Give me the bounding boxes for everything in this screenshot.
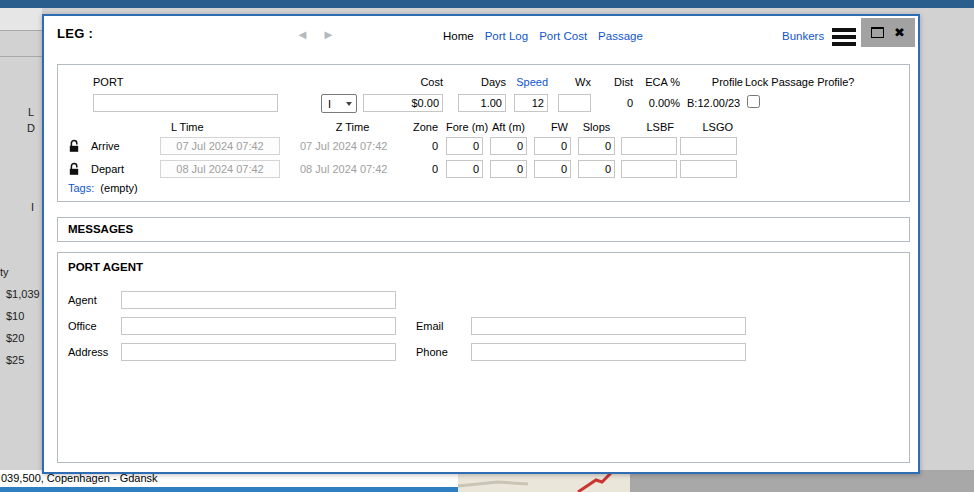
speed-header-link[interactable]: Speed — [514, 76, 548, 88]
days-header: Days — [458, 76, 506, 88]
background-fragment: ty — [0, 266, 9, 278]
lock-passage-checkbox[interactable] — [747, 95, 760, 108]
background-fragment: I — [31, 201, 34, 213]
agent-label: Agent — [68, 294, 97, 306]
window-controls: ✖ — [861, 18, 915, 47]
dist-header: Dist — [604, 76, 633, 88]
arrive-unlock-icon[interactable] — [68, 139, 88, 153]
tags-row: Tags: (empty) — [68, 182, 138, 194]
ztime-header: Z Time — [300, 121, 405, 133]
messages-section: MESSAGES — [57, 217, 910, 242]
nav-bunkers[interactable]: Bunkers — [782, 30, 824, 42]
depart-ztime: 08 Jul 2024 07:42 — [300, 163, 405, 175]
background-fragment: L — [28, 106, 34, 118]
arrive-fore-input[interactable] — [446, 137, 483, 155]
dist-value: 0 — [604, 97, 633, 109]
profile-header: Profile — [687, 76, 743, 88]
fw-header: FW — [534, 121, 571, 133]
leg-port-section: PORT Cost Days Speed Wx Dist ECA % Profi… — [57, 64, 910, 202]
menu-icon[interactable] — [832, 28, 856, 46]
depart-lsgo-input[interactable] — [680, 160, 737, 178]
agent-input[interactable] — [121, 291, 396, 309]
arrive-aft-input[interactable] — [490, 137, 527, 155]
zone-header: Zone — [410, 121, 438, 133]
slops-header: Slops — [578, 121, 615, 133]
depart-unlock-icon[interactable] — [68, 162, 88, 176]
nav-port-cost[interactable]: Port Cost — [539, 30, 587, 42]
eca-value: 0.00% — [639, 97, 680, 109]
background-gridline — [0, 56, 42, 57]
arrive-lsbf-input[interactable] — [621, 137, 677, 155]
leg-dialog: LEG : ◄ ► Home Port Log Port Cost Passag… — [42, 14, 920, 474]
depart-label: Depart — [91, 163, 153, 175]
depart-slops-input[interactable] — [578, 160, 615, 178]
depart-aft-input[interactable] — [490, 160, 527, 178]
background-fragment: $10 — [6, 310, 24, 322]
ltime-header: L Time — [160, 121, 280, 133]
background-fragment: $25 — [6, 354, 24, 366]
email-label: Email — [416, 320, 444, 332]
address-label: Address — [68, 346, 108, 358]
messages-title: MESSAGES — [68, 223, 133, 235]
nav-port-log[interactable]: Port Log — [485, 30, 528, 42]
background-gridline — [0, 30, 42, 31]
background-fragment: D — [27, 122, 35, 134]
background-fragment: $1,039 — [6, 288, 40, 300]
arrive-slops-input[interactable] — [578, 137, 615, 155]
phone-label: Phone — [416, 346, 448, 358]
background-toolbar-strip — [0, 8, 42, 30]
arrive-row: Arrive 07 Jul 2024 07:42 0 — [58, 136, 909, 155]
cost-header: Cost — [363, 76, 443, 88]
arrive-lsgo-input[interactable] — [680, 137, 737, 155]
lock-passage-header: Lock Passage Profile? — [745, 76, 854, 88]
dialog-nav: Home Port Log Port Cost Passage — [443, 30, 643, 42]
arrive-ztime: 07 Jul 2024 07:42 — [300, 140, 405, 152]
depart-fore-input[interactable] — [446, 160, 483, 178]
speed-input[interactable] — [514, 94, 548, 112]
maximize-icon[interactable] — [871, 27, 884, 38]
dialog-title: LEG : — [57, 26, 93, 41]
office-input[interactable] — [121, 317, 396, 335]
nav-home[interactable]: Home — [443, 30, 474, 42]
lsgo-header: LSGO — [680, 121, 737, 133]
address-input[interactable] — [121, 343, 396, 361]
profile-value: B:12.00/23 — [687, 97, 740, 109]
time-header-row: L Time Z Time Zone Fore (m) Aft (m) FW S… — [58, 120, 909, 133]
chevron-down-icon — [346, 102, 352, 106]
nav-passage[interactable]: Passage — [598, 30, 643, 42]
background-topbar — [0, 0, 974, 8]
depart-ltime-input — [160, 160, 280, 178]
close-icon[interactable]: ✖ — [894, 26, 905, 39]
email-input[interactable] — [471, 317, 746, 335]
aft-header: Aft (m) — [490, 121, 527, 133]
port-label: PORT — [93, 76, 123, 88]
tags-value: (empty) — [100, 182, 137, 194]
phone-input[interactable] — [471, 343, 746, 361]
depart-fw-input[interactable] — [534, 160, 571, 178]
background-fragment: $20 — [6, 332, 24, 344]
port-agent-section: PORT AGENT Agent Office Email Address Ph… — [57, 252, 910, 463]
tags-link[interactable]: Tags: — [68, 182, 94, 194]
cost-input[interactable] — [363, 94, 443, 112]
leg-type-select[interactable]: I — [321, 94, 357, 113]
fore-header: Fore (m) — [446, 121, 483, 133]
background-taskbar — [0, 487, 458, 492]
depart-row: Depart 08 Jul 2024 07:42 0 — [58, 159, 909, 178]
eca-header: ECA % — [639, 76, 680, 88]
office-label: Office — [68, 320, 97, 332]
arrive-fw-input[interactable] — [534, 137, 571, 155]
port-input[interactable] — [93, 94, 278, 112]
arrive-label: Arrive — [91, 140, 153, 152]
days-input[interactable] — [458, 94, 506, 112]
prev-leg-icon[interactable]: ◄ — [296, 28, 309, 41]
next-leg-icon[interactable]: ► — [322, 28, 335, 41]
depart-zone: 0 — [410, 163, 438, 175]
port-agent-title: PORT AGENT — [68, 261, 143, 273]
leg-type-value: I — [328, 98, 331, 110]
arrive-zone: 0 — [410, 140, 438, 152]
depart-lsbf-input[interactable] — [621, 160, 677, 178]
screen: L D I ty $1,039 $10 $20 $25 039,500, Cop… — [0, 0, 974, 492]
wx-input[interactable] — [558, 94, 591, 112]
lsbf-header: LSBF — [621, 121, 677, 133]
arrive-ltime-input — [160, 137, 280, 155]
